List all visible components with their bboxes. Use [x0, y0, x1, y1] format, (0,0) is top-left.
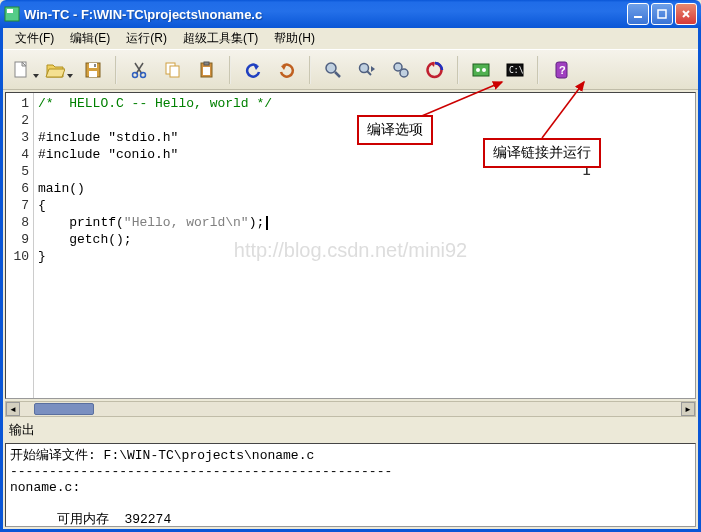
- find-next-button[interactable]: [351, 55, 383, 85]
- minimize-button[interactable]: [627, 3, 649, 25]
- callout-compile-link-run: 编译链接并运行: [483, 138, 601, 168]
- svg-point-33: [482, 68, 486, 72]
- svg-point-15: [141, 72, 146, 77]
- svg-text:C:\: C:\: [509, 66, 524, 75]
- undo-button[interactable]: [237, 55, 269, 85]
- svg-text:?: ?: [559, 64, 566, 76]
- open-file-button[interactable]: [43, 55, 75, 85]
- paste-button[interactable]: [191, 55, 223, 85]
- menu-edit[interactable]: 编辑(E): [62, 28, 118, 49]
- svg-rect-19: [204, 62, 209, 65]
- close-button[interactable]: [675, 3, 697, 25]
- menu-run[interactable]: 运行(R): [118, 28, 175, 49]
- menu-bar: 文件(F) 编辑(E) 运行(R) 超级工具集(T) 帮助(H): [3, 28, 698, 50]
- menu-tools[interactable]: 超级工具集(T): [175, 28, 266, 49]
- svg-point-14: [133, 72, 138, 77]
- svg-rect-17: [170, 66, 179, 77]
- copy-button[interactable]: [157, 55, 189, 85]
- replace-button[interactable]: [385, 55, 417, 85]
- svg-marker-27: [371, 66, 375, 72]
- app-icon: [4, 6, 20, 22]
- svg-rect-11: [94, 64, 96, 67]
- svg-line-26: [367, 71, 371, 75]
- toolbar-separator: [309, 56, 311, 84]
- maximize-button[interactable]: [651, 3, 673, 25]
- scroll-left-arrow[interactable]: ◄: [6, 402, 20, 416]
- svg-rect-10: [89, 71, 97, 77]
- toolbar: C:\ ?: [3, 50, 698, 90]
- line-gutter: 1 2 3 4 5 6 7 8 9 10: [6, 93, 34, 398]
- svg-rect-3: [658, 10, 666, 18]
- scroll-right-arrow[interactable]: ►: [681, 402, 695, 416]
- svg-point-29: [400, 69, 408, 77]
- toolbar-separator: [115, 56, 117, 84]
- new-file-button[interactable]: [9, 55, 41, 85]
- window-body: 文件(F) 编辑(E) 运行(R) 超级工具集(T) 帮助(H) C:\ ? 1…: [0, 28, 701, 532]
- compile-link-run-button[interactable]: C:\: [499, 55, 531, 85]
- svg-rect-31: [473, 64, 489, 76]
- help-button[interactable]: ?: [545, 55, 577, 85]
- window-title: Win-TC - F:\WIN-TC\projects\noname.c: [24, 7, 627, 22]
- output-label: 输出: [3, 417, 698, 443]
- title-bar: Win-TC - F:\WIN-TC\projects\noname.c: [0, 0, 701, 28]
- find-button[interactable]: [317, 55, 349, 85]
- compile-button[interactable]: [465, 55, 497, 85]
- cut-button[interactable]: [123, 55, 155, 85]
- menu-file[interactable]: 文件(F): [7, 28, 62, 49]
- svg-line-24: [335, 72, 340, 77]
- svg-rect-1: [7, 9, 13, 13]
- scroll-thumb[interactable]: [34, 403, 94, 415]
- svg-point-23: [326, 63, 336, 73]
- save-button[interactable]: [77, 55, 109, 85]
- toolbar-separator: [457, 56, 459, 84]
- redo-button[interactable]: [271, 55, 303, 85]
- horizontal-scrollbar[interactable]: ◄ ►: [5, 401, 696, 417]
- compile-options-button[interactable]: [419, 55, 451, 85]
- toolbar-separator: [537, 56, 539, 84]
- callout-compile-options: 编译选项: [357, 115, 433, 145]
- svg-rect-20: [203, 67, 210, 75]
- menu-help[interactable]: 帮助(H): [266, 28, 323, 49]
- output-panel[interactable]: 开始编译文件: F:\WIN-TC\projects\noname.c ----…: [5, 443, 696, 527]
- svg-point-32: [476, 68, 480, 72]
- text-cursor: [266, 216, 268, 230]
- toolbar-separator: [229, 56, 231, 84]
